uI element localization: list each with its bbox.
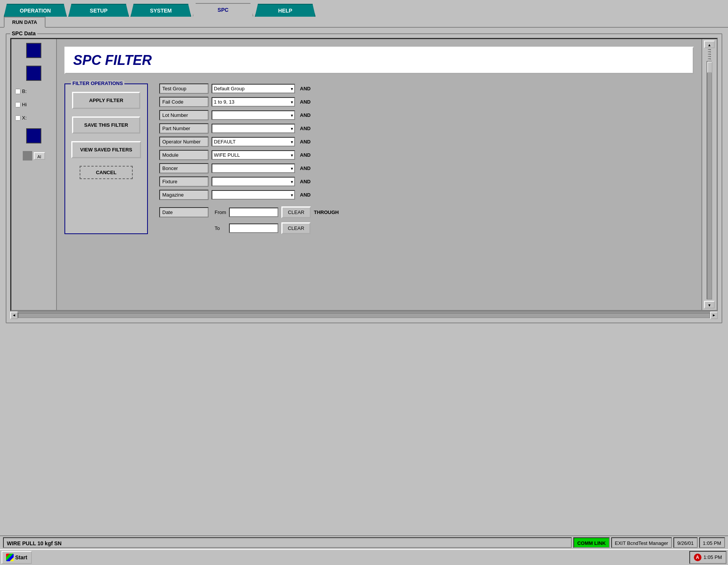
left-sidebar: B: Hi X: Al	[11, 39, 57, 310]
ai-button[interactable]: Al	[34, 152, 45, 160]
tab-operation[interactable]: OPERATION	[4, 4, 67, 17]
spc-filter-title-box: SPC FILTER	[64, 47, 694, 74]
status-bar: WIRE PULL 10 kgf SN COMM LINK EXIT BcndT…	[0, 535, 728, 549]
comm-link-badge: COMM LINK	[573, 537, 609, 548]
scroll-track[interactable]	[707, 61, 712, 299]
tab-spc[interactable]: SPC	[193, 3, 253, 17]
sub-tab-run-data[interactable]: RUN DATA	[4, 17, 46, 28]
magazine-select-wrapper	[212, 190, 295, 200]
field-row-lot-number: Lot Number AND	[159, 110, 694, 120]
date-to-input[interactable]	[229, 223, 278, 233]
start-label: Start	[15, 554, 27, 560]
apply-filter-button[interactable]: APPLY FILTER	[72, 92, 140, 109]
magazine-select[interactable]	[212, 190, 295, 200]
taskbar-clock: A 1:05 PM	[689, 551, 726, 564]
through-label: THROUGH	[314, 209, 339, 215]
taskbar-time: 1:05 PM	[704, 552, 722, 563]
start-button[interactable]: Start	[2, 551, 32, 564]
top-navigation: OPERATION SETUP SYSTEM SPC HELP	[0, 0, 728, 17]
right-scrollbar: ▲ f f f f f ▼	[701, 39, 717, 310]
sidebar-blue-btn-3[interactable]	[26, 128, 41, 143]
scroll-right-button[interactable]: ►	[710, 312, 718, 319]
filter-body: FILTER OPERATIONS APPLY FILTER SAVE THIS…	[64, 83, 694, 234]
test-group-select[interactable]: Default Group	[212, 84, 295, 93]
sub-tab-area: RUN DATA	[0, 17, 728, 28]
module-select-wrapper: WIFE PULL	[212, 150, 295, 160]
fail-code-select[interactable]: 1 to 9, 13	[212, 97, 295, 107]
scroll-down-button[interactable]: ▼	[704, 301, 715, 308]
filter-ops-box: FILTER OPERATIONS APPLY FILTER SAVE THIS…	[64, 83, 148, 234]
exit-button[interactable]: EXIT BcndTest Manager	[611, 537, 672, 548]
field-row-boncer: Boncer AND	[159, 163, 694, 173]
scroll-up-button[interactable]: ▲	[704, 41, 715, 48]
test-group-label: Test Group	[159, 83, 209, 94]
date-to-row: To CLEAR	[159, 222, 694, 234]
field-row-test-group: Test Group Default Group AND	[159, 83, 694, 94]
lot-number-label: Lot Number	[159, 110, 209, 120]
filter-ops-label: FILTER OPERATIONS	[71, 80, 124, 86]
save-filter-button[interactable]: SAVE THIS FILTER	[72, 116, 140, 134]
cancel-button[interactable]: CANCEL	[80, 166, 133, 179]
checkbox-row-hi: Hi	[13, 102, 54, 107]
status-date: 9/26/01	[673, 537, 697, 548]
fail-code-select-wrapper: 1 to 9, 13	[212, 97, 295, 107]
view-saved-button[interactable]: VIEW SAVED FILTERS	[71, 141, 141, 158]
main-content: SPC Data B: Hi X:	[0, 28, 728, 329]
checkbox-x-label: X:	[22, 115, 27, 121]
to-label: To	[215, 225, 226, 231]
part-number-select-wrapper	[212, 124, 295, 133]
checkbox-hi[interactable]	[15, 102, 20, 107]
boncer-label: Boncer	[159, 163, 209, 173]
bottom-scrollbar: ◄ ►	[10, 311, 718, 319]
scroll-thumb[interactable]	[707, 61, 712, 73]
inner-panel: B: Hi X: Al SP	[10, 38, 718, 311]
module-and: AND	[300, 152, 311, 158]
test-group-and: AND	[300, 86, 311, 91]
status-main-text: WIRE PULL 10 kgf SN	[3, 537, 572, 548]
part-number-label: Part Number	[159, 123, 209, 134]
module-select[interactable]: WIFE PULL	[212, 150, 295, 160]
small-square	[23, 151, 32, 161]
sidebar-blue-btn-1[interactable]	[26, 43, 41, 58]
date-from-input[interactable]	[229, 208, 278, 217]
boncer-select-wrapper	[212, 164, 295, 173]
fail-code-label: Fail Code	[159, 97, 209, 107]
checkbox-row-x: X:	[13, 115, 54, 121]
spc-data-box: SPC Data B: Hi X:	[6, 33, 722, 323]
part-number-and: AND	[300, 126, 311, 131]
field-row-fail-code: Fail Code 1 to 9, 13 AND	[159, 97, 694, 107]
lot-number-and: AND	[300, 112, 311, 118]
tab-help[interactable]: HELP	[255, 4, 315, 17]
tab-system[interactable]: SYSTEM	[130, 4, 191, 17]
lot-number-select[interactable]	[212, 110, 295, 120]
checkbox-x[interactable]	[15, 115, 20, 121]
part-number-select[interactable]	[212, 124, 295, 133]
date-label-empty	[159, 227, 209, 230]
lot-number-select-wrapper	[212, 110, 295, 120]
boncer-select[interactable]	[212, 164, 295, 173]
clear-to-button[interactable]: CLEAR	[281, 222, 311, 234]
fixture-select[interactable]	[212, 177, 295, 186]
field-row-operator-number: Operator Number DEFAULT AND	[159, 137, 694, 147]
fields-panel: Test Group Default Group AND Fail Code	[159, 83, 694, 234]
boncer-and: AND	[300, 165, 311, 171]
sidebar-blue-btn-2[interactable]	[26, 66, 41, 81]
tab-setup[interactable]: SETUP	[68, 4, 129, 17]
magazine-and: AND	[300, 192, 311, 198]
spc-data-label: SPC Data	[10, 30, 37, 36]
field-row-fixture: Fixture AND	[159, 176, 694, 187]
fail-code-and: AND	[300, 99, 311, 105]
checkbox-row-b: B:	[13, 88, 54, 94]
start-icon	[6, 554, 14, 561]
operator-number-select[interactable]: DEFAULT	[212, 137, 295, 146]
checkbox-b[interactable]	[15, 89, 20, 94]
spc-filter-title: SPC FILTER	[73, 52, 152, 68]
scroll-left-button[interactable]: ◄	[10, 312, 18, 319]
status-time: 1:05 PM	[699, 537, 725, 548]
bottom-scroll-track[interactable]	[18, 313, 710, 318]
clear-from-button[interactable]: CLEAR	[281, 206, 311, 218]
checkbox-hi-label: Hi	[22, 102, 27, 107]
operator-number-label: Operator Number	[159, 137, 209, 147]
main-form: SPC FILTER FILTER OPERATIONS APPLY FILTE…	[57, 39, 701, 310]
taskbar: Start A 1:05 PM	[0, 549, 728, 565]
